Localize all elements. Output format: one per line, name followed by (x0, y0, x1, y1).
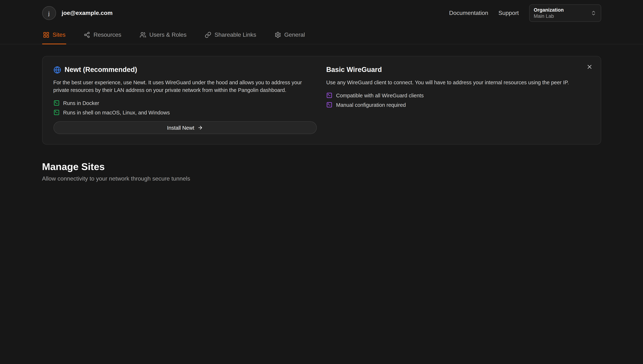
newt-feature-item: Runs in Docker (53, 100, 317, 106)
page-subtitle: Allow connectivity to your network throu… (42, 176, 601, 182)
terminal-icon (53, 109, 60, 116)
resources-icon (84, 32, 90, 38)
connection-methods-card: Newt (Recommended) For the best user exp… (42, 56, 601, 144)
app-root: j joe@example.com Documentation Support … (0, 0, 643, 182)
newt-description: For the best user experience, use Newt. … (53, 79, 312, 94)
close-icon (586, 64, 593, 70)
nav-support[interactable]: Support (498, 10, 519, 16)
avatar[interactable]: j (42, 6, 56, 20)
main-tabs: Sites Resources Users & Roles Shareable … (0, 26, 643, 44)
wireguard-title: Basic WireGuard (326, 66, 382, 74)
wireguard-feature-item: Compatible with all WireGuard clients (326, 92, 590, 98)
terminal-icon (53, 100, 60, 106)
tab-general[interactable]: General (274, 26, 306, 44)
nav-documentation[interactable]: Documentation (449, 10, 488, 16)
tab-shareable-links[interactable]: Shareable Links (204, 26, 257, 44)
install-newt-button[interactable]: Install Newt (53, 121, 317, 134)
link-icon (205, 32, 211, 38)
tab-users-roles[interactable]: Users & Roles (139, 26, 187, 44)
terminal-icon (326, 102, 332, 108)
arrow-right-icon (197, 125, 203, 130)
page-title: Manage Sites (42, 161, 601, 172)
wireguard-title-row: Basic WireGuard (326, 66, 590, 74)
newt-feature-item: Runs in shell on macOS, Linux, and Windo… (53, 109, 317, 116)
org-selector[interactable]: Organization Main Lab (529, 4, 601, 22)
users-icon (139, 32, 146, 38)
tab-resources[interactable]: Resources (83, 26, 122, 44)
wireguard-section: Basic WireGuard Use any WireGuard client… (326, 65, 590, 134)
user-menu: j joe@example.com (42, 6, 113, 20)
org-selector-label: Organization (534, 7, 564, 13)
newt-title: Newt (Recommended) (65, 66, 137, 74)
wireguard-feature-item: Manual configuration required (326, 102, 590, 108)
globe-icon (53, 66, 61, 74)
grid-icon (43, 32, 49, 38)
topbar-right: Documentation Support Organization Main … (449, 4, 601, 22)
topbar: j joe@example.com Documentation Support … (0, 0, 643, 44)
newt-section: Newt (Recommended) For the best user exp… (53, 65, 317, 134)
close-button[interactable] (585, 62, 594, 73)
org-selector-value: Main Lab (534, 14, 564, 19)
user-email: joe@example.com (62, 10, 113, 16)
newt-title-row: Newt (Recommended) (53, 66, 317, 74)
chevrons-up-down-icon (590, 10, 596, 16)
main-content: Newt (Recommended) For the best user exp… (42, 56, 601, 182)
terminal-icon (326, 92, 332, 98)
gear-icon (274, 32, 281, 38)
wireguard-description: Use any WireGuard client to connect. You… (326, 79, 585, 86)
tab-sites[interactable]: Sites (42, 26, 66, 44)
